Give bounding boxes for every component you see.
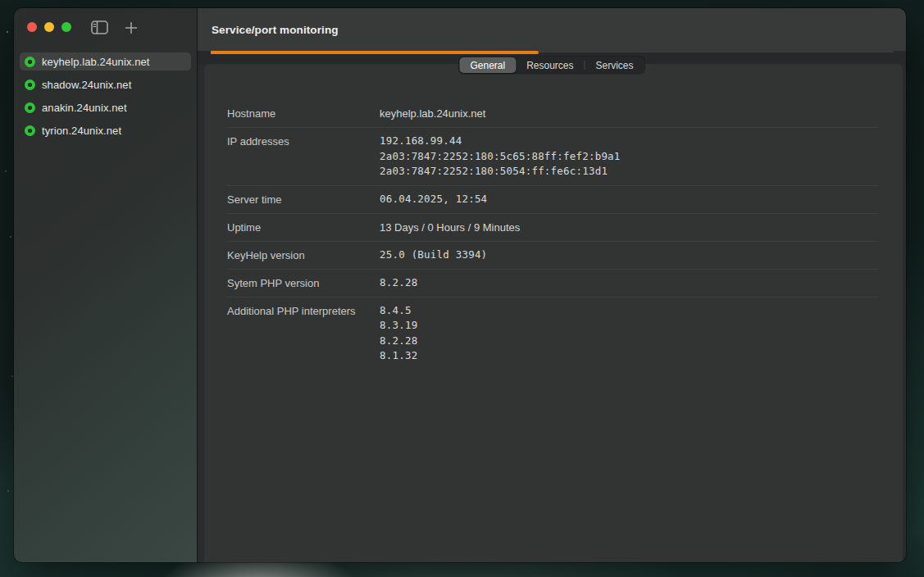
plus-icon xyxy=(125,21,138,34)
detail-value: 25.0 (Build 3394) xyxy=(380,248,878,263)
detail-table: Hostnamekeyhelp.lab.24unix.netIP address… xyxy=(227,100,878,370)
titlebar: Service/port monitoring xyxy=(198,8,906,51)
detail-value: 13 Days / 0 Hours / 9 Minutes xyxy=(380,220,878,235)
detail-row: Sytem PHP version8.2.28 xyxy=(227,270,878,298)
zoom-window-button[interactable] xyxy=(61,22,71,32)
minimize-window-button[interactable] xyxy=(44,22,54,32)
detail-value: 192.168.99.44 xyxy=(380,134,878,149)
sidebar: keyhelp.lab.24unix.netshadow.24unix.neta… xyxy=(14,8,197,562)
detail-row: Hostnamekeyhelp.lab.24unix.net xyxy=(227,100,878,128)
detail-value: 2a03:7847:2252:180:5054:ff:fe6c:13d1 xyxy=(380,164,878,179)
tab-services[interactable]: Services xyxy=(585,57,644,73)
detail-value: 8.2.28 xyxy=(380,275,878,291)
detail-values: keyhelp.lab.24unix.net xyxy=(380,106,878,121)
server-item[interactable]: anakin.24unix.net xyxy=(20,98,191,116)
status-online-icon xyxy=(25,57,35,67)
window-controls xyxy=(27,22,71,32)
sidebar-panel-icon xyxy=(91,20,108,34)
detail-label: Hostname xyxy=(227,106,380,121)
desktop-background: keyhelp.lab.24unix.netshadow.24unix.neta… xyxy=(0,0,924,577)
detail-values: 192.168.99.442a03:7847:2252:180:5c65:88f… xyxy=(380,134,878,179)
close-window-button[interactable] xyxy=(27,22,37,32)
tab-bar: GeneralResourcesServices xyxy=(458,57,644,74)
detail-row: IP addresses192.168.99.442a03:7847:2252:… xyxy=(227,128,878,186)
detail-label: Uptime xyxy=(227,220,380,235)
server-list: keyhelp.lab.24unix.netshadow.24unix.neta… xyxy=(14,52,197,139)
detail-label: KeyHelp version xyxy=(227,248,380,263)
sidebar-header xyxy=(14,8,197,46)
toggle-sidebar-button[interactable] xyxy=(90,20,108,34)
detail-value: keyhelp.lab.24unix.net xyxy=(380,106,878,121)
progress-bar xyxy=(211,51,539,54)
status-online-icon xyxy=(25,102,35,113)
detail-value: 8.3.19 xyxy=(380,318,878,334)
detail-row: KeyHelp version25.0 (Build 3394) xyxy=(227,242,878,270)
detail-values: 25.0 (Build 3394) xyxy=(380,248,878,263)
server-item-label: shadow.24unix.net xyxy=(42,79,131,91)
status-online-icon xyxy=(25,125,35,136)
detail-value: 2a03:7847:2252:180:5c65:88ff:fef2:b9a1 xyxy=(380,149,878,165)
progress-track xyxy=(211,51,894,52)
detail-values: 06.04.2025, 12:54 xyxy=(380,192,878,207)
detail-value: 06.04.2025, 12:54 xyxy=(380,192,878,207)
detail-value: 8.4.5 xyxy=(380,303,878,319)
detail-row: Server time06.04.2025, 12:54 xyxy=(227,186,878,214)
detail-label: Additional PHP interpreters xyxy=(227,303,380,364)
tab-general[interactable]: General xyxy=(459,57,516,73)
server-item-label: keyhelp.lab.24unix.net xyxy=(42,56,150,68)
detail-value: 8.2.28 xyxy=(380,334,878,349)
server-item-label: anakin.24unix.net xyxy=(42,102,127,114)
add-server-button[interactable] xyxy=(124,20,138,34)
detail-row: Additional PHP interpreters8.4.58.3.198.… xyxy=(227,298,878,370)
detail-label: IP addresses xyxy=(227,134,380,179)
detail-row: Uptime13 Days / 0 Hours / 9 Minutes xyxy=(227,214,878,242)
server-item[interactable]: shadow.24unix.net xyxy=(20,75,191,93)
detail-label: Server time xyxy=(227,192,380,207)
detail-values: 13 Days / 0 Hours / 9 Minutes xyxy=(380,220,878,235)
server-item[interactable]: keyhelp.lab.24unix.net xyxy=(20,52,191,70)
detail-card: Hostnamekeyhelp.lab.24unix.netIP address… xyxy=(204,64,903,562)
detail-values: 8.2.28 xyxy=(380,275,878,291)
server-item-label: tyrion.24unix.net xyxy=(42,125,121,137)
detail-label: Sytem PHP version xyxy=(227,275,380,291)
tab-resources[interactable]: Resources xyxy=(516,57,584,73)
detail-value: 8.1.32 xyxy=(380,348,878,364)
page-title: Service/port monitoring xyxy=(212,24,339,36)
status-online-icon xyxy=(25,80,35,90)
server-item[interactable]: tyrion.24unix.net xyxy=(20,121,191,139)
content-pane: Service/port monitoring GeneralResources… xyxy=(198,8,906,562)
detail-values: 8.4.58.3.198.2.288.1.32 xyxy=(380,303,878,364)
app-window: keyhelp.lab.24unix.netshadow.24unix.neta… xyxy=(14,8,906,562)
